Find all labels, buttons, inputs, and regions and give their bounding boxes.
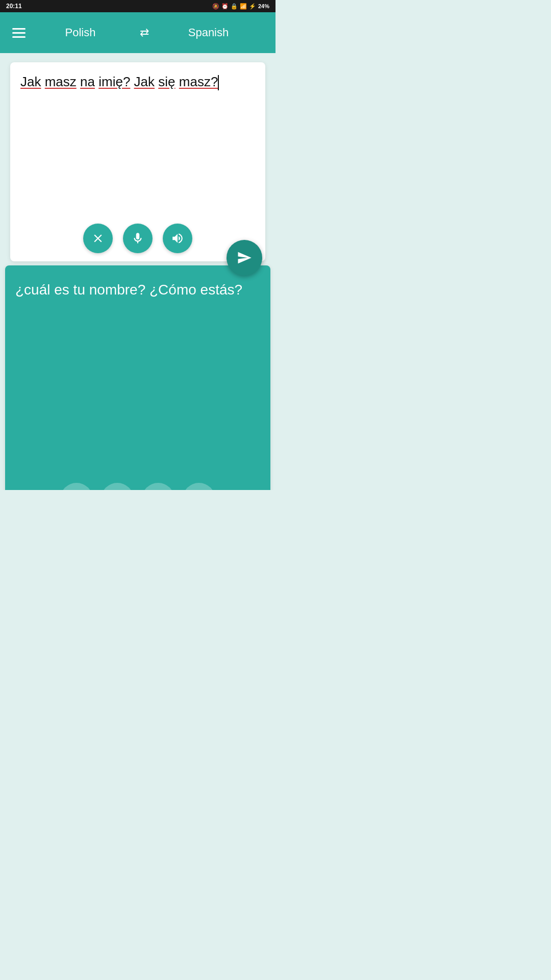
speaker-icon: [171, 232, 184, 245]
output-panel: ¿cuál es tu nombre? ¿Cómo estás?: [5, 265, 270, 490]
notification-icon: 🔕: [212, 3, 219, 10]
swap-languages-button[interactable]: ⇄: [135, 23, 154, 42]
input-text[interactable]: Jak masz na imię? Jak się masz?: [20, 72, 255, 217]
word-masz1: masz: [45, 74, 77, 89]
send-icon: [237, 250, 252, 265]
battery-level: 24%: [258, 3, 269, 9]
input-panel: Jak masz na imię? Jak się masz?: [10, 62, 265, 261]
status-icons: 🔕 ⏰ 🔒 📶 ⚡ 24%: [212, 3, 269, 10]
text-cursor: [218, 75, 219, 90]
output-controls: [15, 483, 260, 490]
swap-icon: ⇄: [140, 26, 149, 39]
word-masz2: masz?: [179, 74, 218, 89]
microphone-button[interactable]: [123, 224, 153, 253]
app-content: Jak masz na imię? Jak się masz?: [0, 53, 276, 490]
microphone-icon: [131, 232, 144, 245]
menu-line-1: [12, 28, 26, 30]
alarm-icon: ⏰: [221, 3, 229, 10]
share-button[interactable]: [101, 483, 134, 490]
status-time: 20:11: [6, 3, 22, 10]
output-text: ¿cuál es tu nombre? ¿Cómo estás?: [15, 280, 260, 300]
status-bar: 20:11 🔕 ⏰ 🔒 📶 ⚡ 24%: [0, 0, 276, 12]
clear-icon: [91, 232, 105, 245]
input-controls: [20, 224, 255, 253]
speak-target-button[interactable]: [183, 483, 215, 490]
word-sie: się: [158, 74, 175, 89]
menu-line-3: [12, 36, 26, 38]
menu-button[interactable]: [12, 28, 26, 38]
toolbar: Polish ⇄ Spanish: [0, 12, 276, 53]
clear-button[interactable]: [83, 224, 113, 253]
favorite-button[interactable]: [142, 483, 174, 490]
lock-icon: 🔒: [231, 3, 238, 10]
target-language[interactable]: Spanish: [154, 26, 263, 39]
source-language[interactable]: Polish: [26, 26, 135, 39]
speak-source-button[interactable]: [163, 224, 192, 253]
panels-wrapper: Jak masz na imię? Jak się masz?: [0, 53, 276, 490]
signal-icon: 📶: [240, 3, 247, 10]
menu-line-2: [12, 32, 26, 34]
word-jak2: Jak: [134, 74, 155, 89]
copy-button[interactable]: [60, 483, 93, 490]
battery-icon: ⚡: [249, 3, 256, 10]
input-wrapper: Jak masz na imię? Jak się masz?: [5, 57, 270, 261]
send-button[interactable]: [227, 240, 262, 276]
word-jak1: Jak: [20, 74, 41, 89]
word-na: na: [80, 74, 95, 89]
word-imie: imię?: [98, 74, 130, 89]
